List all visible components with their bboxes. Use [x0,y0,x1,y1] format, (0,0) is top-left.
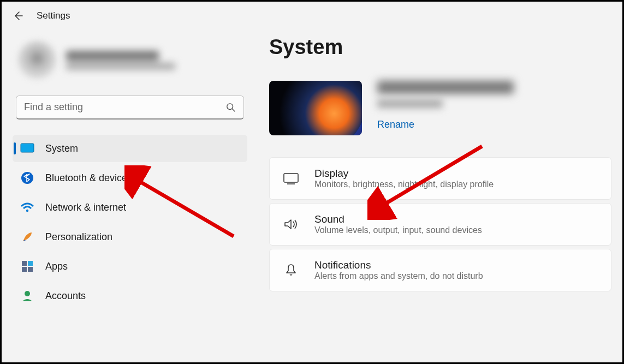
account-text [66,51,175,70]
svg-rect-11 [284,174,298,182]
card-notifications[interactable]: Notifications Alerts from apps and syste… [269,249,611,291]
sidebar-item-label: System [45,143,78,154]
avatar [18,41,56,79]
sidebar-item-network[interactable]: Network & internet [13,194,247,221]
sidebar-item-apps[interactable]: Apps [13,253,247,280]
card-sound[interactable]: Sound Volume levels, output, input, soun… [269,203,611,246]
card-title: Sound [314,213,482,225]
sidebar: System Bluetooth & devices Network & int… [13,30,247,309]
svg-rect-7 [28,261,33,266]
back-button[interactable] [13,10,23,21]
card-subtitle: Monitors, brightness, night light, displ… [314,180,494,189]
svg-rect-6 [22,261,27,266]
system-icon [20,141,34,156]
card-title: Notifications [314,259,483,271]
sidebar-item-personalization[interactable]: Personalization [13,223,247,250]
device-block: Rename [269,81,611,135]
nav-list: System Bluetooth & devices Network & int… [13,135,247,309]
sound-icon [283,218,299,231]
card-subtitle: Alerts from apps and system, do not dist… [314,271,483,281]
svg-point-0 [227,103,233,109]
bluetooth-icon [20,171,34,185]
sidebar-item-accounts[interactable]: Accounts [13,282,247,309]
arrow-left-icon [13,10,23,21]
settings-cards: Display Monitors, brightness, night ligh… [269,157,611,291]
brush-icon [20,230,34,244]
svg-rect-2 [21,144,34,152]
device-name [377,81,514,94]
header: Settings [2,2,622,30]
sidebar-item-label: Apps [45,261,68,272]
sidebar-item-label: Personalization [45,231,112,243]
monitor-icon [283,172,299,185]
apps-icon [20,259,34,273]
bell-icon [283,263,299,277]
sidebar-item-label: Network & internet [45,202,126,213]
search-box[interactable] [16,96,244,120]
svg-rect-8 [22,267,27,272]
wifi-icon [20,200,34,214]
card-display[interactable]: Display Monitors, brightness, night ligh… [269,157,611,200]
search-input[interactable] [24,102,226,113]
device-subline [377,99,443,108]
page-title: System [269,35,611,59]
sidebar-item-label: Accounts [45,290,86,302]
main-content: System Rename Display Monitors, brightne… [247,30,611,309]
card-subtitle: Volume levels, output, input, sound devi… [314,225,482,235]
device-wallpaper-thumb[interactable] [269,81,362,135]
sidebar-item-label: Bluetooth & devices [45,172,132,184]
rename-link[interactable]: Rename [377,119,514,130]
svg-line-1 [233,109,235,111]
header-title: Settings [37,10,70,21]
sidebar-item-system[interactable]: System [13,135,247,162]
person-icon [20,289,34,303]
svg-point-5 [26,210,28,212]
card-title: Display [314,168,494,180]
svg-rect-9 [28,267,33,272]
search-icon [226,103,236,112]
sidebar-item-bluetooth[interactable]: Bluetooth & devices [13,164,247,192]
svg-point-10 [25,291,30,296]
device-info: Rename [377,81,514,130]
account-block[interactable] [18,41,242,79]
